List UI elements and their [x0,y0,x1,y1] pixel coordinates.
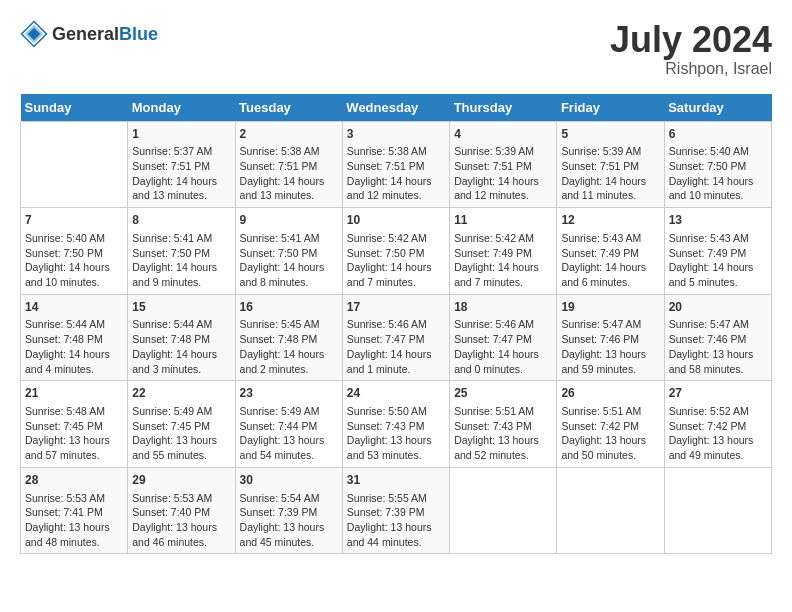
day-info-line: Sunrise: 5:52 AM [669,404,767,419]
day-info-line: Sunrise: 5:51 AM [454,404,552,419]
calendar-cell: 28Sunrise: 5:53 AMSunset: 7:41 PMDayligh… [21,467,128,554]
day-info-line: and 10 minutes. [25,275,123,290]
subtitle: Rishpon, Israel [610,60,772,78]
logo-text-general: General [52,24,119,45]
calendar-cell: 30Sunrise: 5:54 AMSunset: 7:39 PMDayligh… [235,467,342,554]
calendar-cell: 29Sunrise: 5:53 AMSunset: 7:40 PMDayligh… [128,467,235,554]
day-info-line: and 44 minutes. [347,535,445,550]
day-info-line: Sunrise: 5:47 AM [561,317,659,332]
day-info-line: Sunset: 7:42 PM [561,419,659,434]
day-info-line: Daylight: 14 hours [240,174,338,189]
day-number: 4 [454,126,552,143]
logo: GeneralBlue [20,20,158,48]
day-info-line: and 6 minutes. [561,275,659,290]
day-info-line: Sunset: 7:51 PM [561,159,659,174]
day-info-line: Sunset: 7:50 PM [132,246,230,261]
calendar-cell: 27Sunrise: 5:52 AMSunset: 7:42 PMDayligh… [664,381,771,468]
calendar-cell: 6Sunrise: 5:40 AMSunset: 7:50 PMDaylight… [664,121,771,208]
header-cell-saturday: Saturday [664,94,771,122]
calendar-cell: 1Sunrise: 5:37 AMSunset: 7:51 PMDaylight… [128,121,235,208]
day-info-line: and 13 minutes. [132,188,230,203]
calendar-cell [450,467,557,554]
day-info-line: Daylight: 14 hours [132,347,230,362]
day-number: 14 [25,299,123,316]
day-info-line: Sunrise: 5:55 AM [347,491,445,506]
day-number: 22 [132,385,230,402]
day-info-line: Sunrise: 5:39 AM [454,144,552,159]
week-row-5: 28Sunrise: 5:53 AMSunset: 7:41 PMDayligh… [21,467,772,554]
day-number: 28 [25,472,123,489]
calendar-cell: 18Sunrise: 5:46 AMSunset: 7:47 PMDayligh… [450,294,557,381]
day-info-line: Sunset: 7:42 PM [669,419,767,434]
day-info-line: Sunrise: 5:54 AM [240,491,338,506]
day-info-line: Sunset: 7:41 PM [25,505,123,520]
day-info-line: Daylight: 14 hours [347,174,445,189]
day-info-line: and 13 minutes. [240,188,338,203]
calendar-cell: 2Sunrise: 5:38 AMSunset: 7:51 PMDaylight… [235,121,342,208]
day-info-line: Sunrise: 5:43 AM [561,231,659,246]
day-info-line: Sunset: 7:47 PM [454,332,552,347]
day-info-line: Sunrise: 5:42 AM [347,231,445,246]
day-info-line: and 45 minutes. [240,535,338,550]
day-number: 31 [347,472,445,489]
day-number: 12 [561,212,659,229]
day-info-line: Daylight: 13 hours [132,520,230,535]
day-info-line: Sunrise: 5:45 AM [240,317,338,332]
day-info-line: Daylight: 14 hours [132,260,230,275]
day-info-line: Sunrise: 5:39 AM [561,144,659,159]
day-info-line: and 1 minute. [347,362,445,377]
day-info-line: Sunrise: 5:41 AM [132,231,230,246]
day-number: 10 [347,212,445,229]
day-info-line: Sunrise: 5:47 AM [669,317,767,332]
calendar-cell: 31Sunrise: 5:55 AMSunset: 7:39 PMDayligh… [342,467,449,554]
day-info-line: Daylight: 14 hours [669,260,767,275]
day-info-line: and 59 minutes. [561,362,659,377]
calendar-cell: 13Sunrise: 5:43 AMSunset: 7:49 PMDayligh… [664,208,771,295]
day-info-line: Sunrise: 5:38 AM [347,144,445,159]
day-info-line: Sunrise: 5:53 AM [132,491,230,506]
day-info-line: Daylight: 13 hours [454,433,552,448]
header-cell-sunday: Sunday [21,94,128,122]
calendar-cell: 21Sunrise: 5:48 AMSunset: 7:45 PMDayligh… [21,381,128,468]
calendar-cell: 12Sunrise: 5:43 AMSunset: 7:49 PMDayligh… [557,208,664,295]
week-row-4: 21Sunrise: 5:48 AMSunset: 7:45 PMDayligh… [21,381,772,468]
day-info-line: Daylight: 13 hours [561,433,659,448]
day-number: 25 [454,385,552,402]
day-info-line: Sunset: 7:49 PM [561,246,659,261]
day-info-line: Sunrise: 5:48 AM [25,404,123,419]
day-info-line: Daylight: 13 hours [669,347,767,362]
day-info-line: Daylight: 14 hours [347,347,445,362]
day-info-line: Sunrise: 5:40 AM [669,144,767,159]
week-row-1: 1Sunrise: 5:37 AMSunset: 7:51 PMDaylight… [21,121,772,208]
day-info-line: Sunrise: 5:42 AM [454,231,552,246]
calendar-cell: 14Sunrise: 5:44 AMSunset: 7:48 PMDayligh… [21,294,128,381]
title-block: July 2024 Rishpon, Israel [610,20,772,78]
day-number: 9 [240,212,338,229]
day-info-line: Sunset: 7:45 PM [25,419,123,434]
day-info-line: Daylight: 13 hours [132,433,230,448]
calendar-cell [21,121,128,208]
day-info-line: Daylight: 13 hours [669,433,767,448]
main-title: July 2024 [610,20,772,60]
day-info-line: and 0 minutes. [454,362,552,377]
day-info-line: Sunset: 7:40 PM [132,505,230,520]
day-info-line: Daylight: 14 hours [240,347,338,362]
day-info-line: Sunset: 7:44 PM [240,419,338,434]
day-number: 2 [240,126,338,143]
day-info-line: Sunrise: 5:40 AM [25,231,123,246]
day-info-line: Sunrise: 5:37 AM [132,144,230,159]
day-info-line: Daylight: 13 hours [25,433,123,448]
day-info-line: Sunset: 7:51 PM [240,159,338,174]
calendar-cell: 11Sunrise: 5:42 AMSunset: 7:49 PMDayligh… [450,208,557,295]
day-number: 30 [240,472,338,489]
day-info-line: Sunset: 7:51 PM [454,159,552,174]
day-info-line: Daylight: 14 hours [25,347,123,362]
day-info-line: and 5 minutes. [669,275,767,290]
calendar-cell: 23Sunrise: 5:49 AMSunset: 7:44 PMDayligh… [235,381,342,468]
day-info-line: Sunset: 7:43 PM [454,419,552,434]
day-number: 15 [132,299,230,316]
day-number: 5 [561,126,659,143]
day-info-line: Sunset: 7:49 PM [669,246,767,261]
day-number: 6 [669,126,767,143]
day-number: 24 [347,385,445,402]
